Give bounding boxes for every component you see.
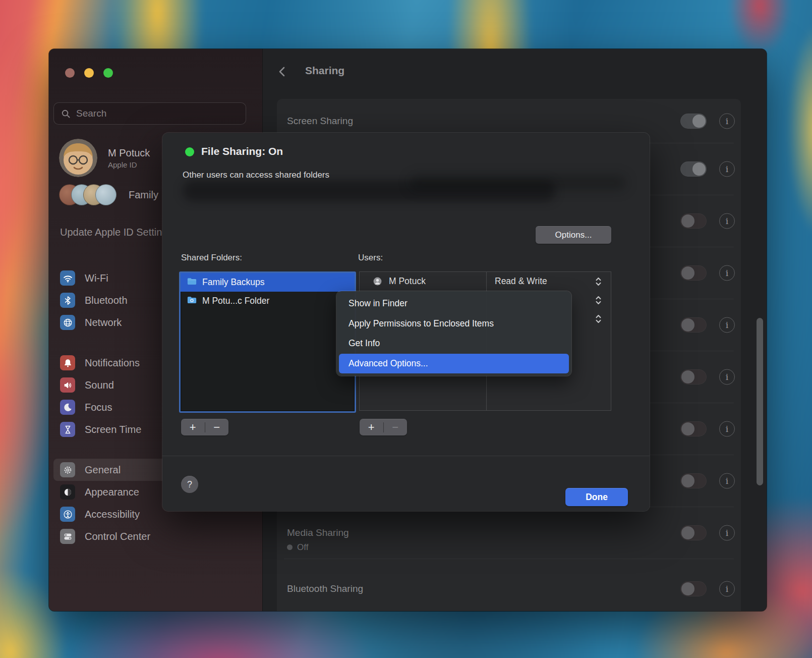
service-toggle[interactable] (680, 213, 707, 229)
sidebar-item-label: Bluetooth (85, 295, 128, 306)
globe-icon (60, 315, 75, 330)
apple-id-profile[interactable]: M Potuck Apple ID (59, 139, 150, 177)
profile-name: M Potuck (108, 147, 150, 159)
service-toggle[interactable] (680, 581, 707, 596)
dialog-title: File Sharing: On (201, 145, 283, 157)
close-button[interactable] (65, 68, 75, 78)
users-label: Users: (358, 253, 383, 263)
info-button[interactable]: i (719, 473, 735, 488)
page-title: Sharing (305, 65, 344, 77)
toggle-knob (681, 318, 694, 332)
shared-folder-row[interactable]: Family Backups (181, 273, 355, 292)
service-toggle[interactable] (680, 369, 707, 385)
toggle-knob (681, 582, 694, 595)
context-menu-item-show-in-finder[interactable]: Show in Finder (339, 294, 569, 314)
zoom-button[interactable] (103, 68, 113, 78)
info-button[interactable]: i (719, 317, 735, 333)
shared-folders-list: Family BackupsM Potu...c Folder (179, 271, 356, 413)
sidebar-item-control-center[interactable]: Control Center (53, 525, 251, 547)
search-icon (61, 109, 71, 119)
search-input[interactable] (75, 107, 228, 120)
redacted-text-blur-2 (410, 175, 626, 190)
speaker-icon (60, 377, 75, 393)
info-button[interactable]: i (719, 525, 735, 540)
scrollbar[interactable] (757, 318, 763, 485)
bluetooth-icon (60, 293, 75, 308)
user-name: M Potuck (389, 276, 426, 287)
sidebar-item-label: Focus (85, 402, 112, 413)
user-permission: Read & Write (495, 276, 547, 287)
profile-subtitle: Apple ID (108, 160, 150, 169)
status-text: Off (297, 542, 308, 553)
desktop: M Potuck Apple ID Family Update Apple ID… (0, 0, 812, 658)
sidebar-item-label: Appearance (85, 486, 139, 498)
service-row: Media SharingOffi (277, 507, 741, 559)
done-button[interactable]: Done (565, 488, 628, 506)
chevron-left-icon (276, 65, 289, 78)
family-item[interactable]: Family (59, 184, 158, 205)
status-dot (287, 544, 293, 550)
context-menu-item-get-info[interactable]: Get Info (339, 334, 569, 354)
service-toggle[interactable] (680, 265, 707, 281)
info-button[interactable]: i (719, 581, 735, 596)
info-button[interactable]: i (719, 113, 735, 129)
toggle-knob (681, 422, 694, 435)
info-button[interactable]: i (719, 161, 735, 177)
update-apple-id-notice[interactable]: Update Apple ID Settings (60, 225, 176, 240)
users-add-remove: + − (360, 419, 407, 435)
sidebar-item-label: General (85, 464, 121, 476)
service-toggle[interactable] (680, 473, 707, 488)
add-user-button[interactable]: + (360, 419, 383, 435)
folder-name: Family Backups (202, 277, 265, 288)
toggle-knob (692, 115, 706, 128)
window-controls (65, 68, 113, 78)
info-button[interactable]: i (719, 213, 735, 229)
shared-folder-row[interactable]: M Potu...c Folder (181, 292, 355, 310)
back-button[interactable] (276, 65, 289, 78)
toggles-icon (60, 529, 75, 544)
context-menu-item-advanced-options[interactable]: Advanced Options... (339, 354, 569, 374)
public-folder-icon (186, 294, 198, 308)
options-button[interactable]: Options... (536, 226, 611, 244)
user-row[interactable]: M PotuckRead & Write (360, 272, 611, 291)
service-toggle[interactable] (680, 114, 707, 129)
info-button[interactable]: i (719, 265, 735, 281)
service-row: Bluetooth Sharingi (277, 559, 741, 611)
service-toggle[interactable] (680, 317, 707, 333)
permission-stepper[interactable] (594, 294, 603, 306)
gear-icon (60, 462, 75, 477)
service-toggle[interactable] (680, 421, 707, 436)
toggle-knob (681, 214, 694, 228)
help-button[interactable]: ? (181, 476, 198, 493)
accessibility-icon (60, 507, 75, 522)
folder-context-menu: Show in FinderApply Permissions to Enclo… (336, 291, 571, 376)
minimize-button[interactable] (84, 68, 94, 78)
wifi-icon (60, 270, 75, 286)
service-toggle[interactable] (680, 161, 707, 177)
remove-folder-button[interactable]: − (205, 419, 229, 435)
row-separator (284, 559, 734, 559)
sidebar-item-label: Accessibility (85, 509, 140, 520)
service-label: Screen Sharing (287, 116, 353, 127)
remove-user-button[interactable]: − (384, 419, 408, 435)
context-menu-item-apply-permissions-to-enclosed-items[interactable]: Apply Permissions to Enclosed Items (339, 314, 569, 334)
toggle-knob (692, 162, 706, 176)
search-field[interactable] (53, 102, 246, 125)
permission-stepper[interactable] (594, 313, 603, 325)
sidebar-item-label: Control Center (85, 531, 150, 542)
sidebar-item-label: Sound (85, 379, 114, 391)
toggle-knob (681, 370, 694, 383)
info-button[interactable]: i (719, 369, 735, 385)
status-dot (185, 147, 194, 156)
family-avatars (59, 184, 117, 205)
service-label: Media Sharing (287, 527, 349, 538)
service-status: Off (287, 542, 308, 553)
moon-icon (60, 400, 75, 415)
service-toggle[interactable] (680, 525, 707, 540)
info-button[interactable]: i (719, 421, 735, 436)
footer-divider (162, 456, 650, 456)
system-settings-window: M Potuck Apple ID Family Update Apple ID… (49, 49, 767, 611)
pane-header: Sharing (263, 49, 767, 97)
sidebar-item-label: Network (85, 317, 122, 328)
add-folder-button[interactable]: + (181, 419, 205, 435)
